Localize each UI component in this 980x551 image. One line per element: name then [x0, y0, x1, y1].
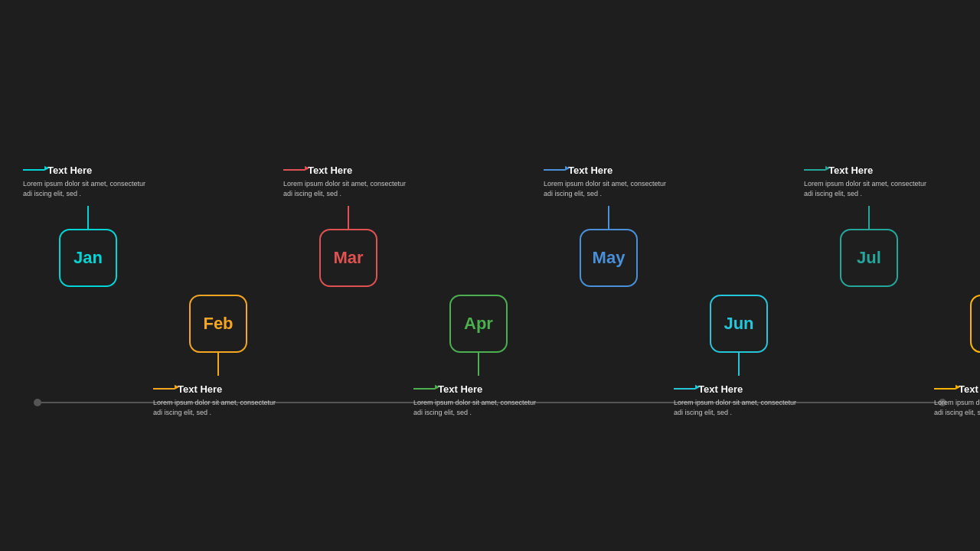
- text-title: Text Here: [568, 165, 612, 176]
- arrow-icon: [934, 388, 956, 390]
- text-body: Lorem ipsum dolor sit amet, consectetur …: [153, 398, 283, 417]
- arrow-icon: [674, 388, 695, 390]
- text-title: Text Here: [178, 383, 222, 395]
- text-title: Text Here: [438, 383, 482, 395]
- v-line-bottom: [478, 353, 479, 376]
- bottom-text-feb: Text Here Lorem ipsum dolor sit amet, co…: [153, 383, 283, 417]
- month-col-jan: Text Here Lorem ipsum dolor sit amet, co…: [23, 165, 153, 417]
- v-line-bottom: [217, 353, 219, 376]
- month-col-jul: Text Here Lorem ipsum dolor sit amet, co…: [804, 165, 934, 417]
- arrow-icon: [804, 169, 825, 171]
- month-bubble-mar[interactable]: Mar: [319, 229, 377, 287]
- text-title: Text Here: [308, 165, 352, 176]
- text-body: Lorem ipsum dolor sit amet, consectetur …: [283, 179, 413, 198]
- v-line-top: [348, 206, 349, 229]
- month-bubble-aug[interactable]: Aug: [970, 295, 980, 353]
- top-text-may: Text Here Lorem ipsum dolor sit amet, co…: [544, 165, 674, 198]
- month-bubble-apr[interactable]: Apr: [449, 295, 508, 353]
- text-body: Lorem ipsum dolor sit amet, consectetur …: [544, 179, 674, 198]
- text-body: Lorem ipsum dolor sit amet, consectetur …: [934, 398, 980, 417]
- month-bubble-jul[interactable]: Jul: [840, 229, 898, 287]
- text-title: Text Here: [47, 165, 92, 176]
- month-col-mar: Text Here Lorem ipsum dolor sit amet, co…: [283, 165, 413, 417]
- top-text-jul: Text Here Lorem ipsum dolor sit amet, co…: [804, 165, 934, 198]
- month-bubble-jan[interactable]: Jan: [59, 229, 117, 287]
- arrow-icon: [153, 388, 175, 390]
- arrow-icon: [413, 388, 435, 390]
- month-bubble-feb[interactable]: Feb: [189, 295, 247, 353]
- text-body: Lorem ipsum dolor sit amet, consectetur …: [674, 398, 804, 417]
- month-bubble-jun[interactable]: Jun: [710, 295, 768, 353]
- months-row: Text Here Lorem ipsum dolor sit amet, co…: [23, 165, 957, 417]
- text-title: Text Here: [959, 383, 980, 395]
- timeline-container: Text Here Lorem ipsum dolor sit amet, co…: [23, 165, 957, 417]
- top-text-jan: Text Here Lorem ipsum dolor sit amet, co…: [23, 165, 153, 198]
- month-col-aug: Aug Text Here Lorem ipsum dolor sit amet…: [934, 165, 980, 417]
- arrow-icon: [23, 169, 44, 171]
- text-title: Text Here: [828, 165, 873, 176]
- month-col-apr: Apr Text Here Lorem ipsum dolor sit amet…: [413, 165, 544, 417]
- v-line-bottom: [738, 353, 740, 376]
- arrow-icon: [544, 169, 565, 171]
- bottom-text-jun: Text Here Lorem ipsum dolor sit amet, co…: [674, 383, 804, 417]
- text-body: Lorem ipsum dolor sit amet, consectetur …: [413, 398, 544, 417]
- arrow-icon: [283, 169, 305, 171]
- month-bubble-may[interactable]: May: [580, 229, 638, 287]
- text-body: Lorem ipsum dolor sit amet, consectetur …: [23, 179, 153, 198]
- v-line-top: [868, 206, 870, 229]
- v-line-top: [608, 206, 609, 229]
- v-line-top: [87, 206, 89, 229]
- bottom-text-apr: Text Here Lorem ipsum dolor sit amet, co…: [413, 383, 544, 417]
- month-col-jun: Jun Text Here Lorem ipsum dolor sit amet…: [674, 165, 804, 417]
- month-col-feb: Feb Text Here Lorem ipsum dolor sit amet…: [153, 165, 283, 417]
- text-body: Lorem ipsum dolor sit amet, consectetur …: [804, 179, 934, 198]
- top-text-mar: Text Here Lorem ipsum dolor sit amet, co…: [283, 165, 413, 198]
- bottom-text-aug: Text Here Lorem ipsum dolor sit amet, co…: [934, 383, 980, 417]
- month-col-may: Text Here Lorem ipsum dolor sit amet, co…: [544, 165, 674, 417]
- text-title: Text Here: [698, 383, 743, 395]
